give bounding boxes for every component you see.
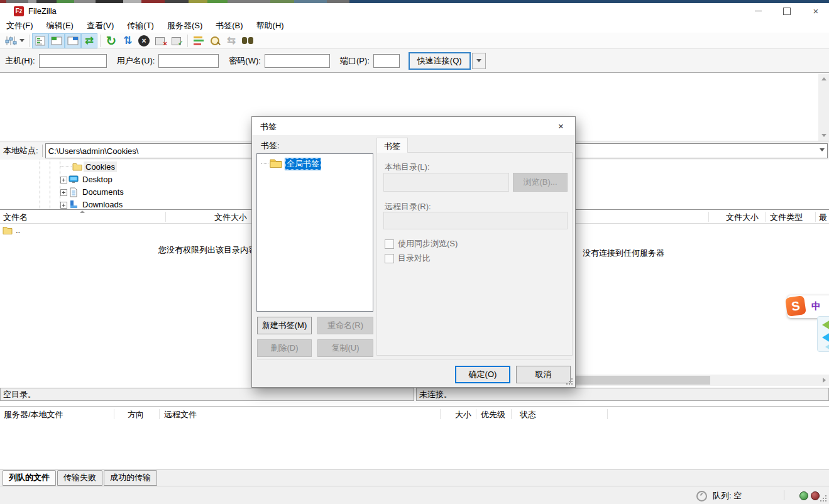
queue-tabs: 列队的文件 传输失败 成功的传输 xyxy=(0,469,829,486)
tab-bookmark[interactable]: 书签 xyxy=(376,138,408,153)
right-panel-status: 未连接。 xyxy=(416,388,829,401)
toggle-transfer-queue-button[interactable]: ⇄ xyxy=(81,33,97,48)
menu-edit[interactable]: 编辑(E) xyxy=(40,19,80,33)
column-filesize[interactable]: 文件大小 xyxy=(708,212,759,223)
tab-queued-files[interactable]: 列队的文件 xyxy=(3,470,56,486)
close-button[interactable]: × xyxy=(803,3,828,19)
process-queue-button[interactable]: ⇅ xyxy=(119,33,136,48)
ime-skin-arrows-icon xyxy=(819,319,829,350)
cancel-operation-button[interactable]: × xyxy=(136,33,152,48)
updir-row[interactable]: .. xyxy=(3,226,20,235)
menu-server[interactable]: 服务器(S) xyxy=(161,19,209,33)
username-label: 用户名(U): xyxy=(117,55,155,67)
scroll-up-icon[interactable] xyxy=(818,74,829,84)
cancel-icon: × xyxy=(138,35,150,47)
menu-bookmarks[interactable]: 书签(B) xyxy=(209,19,249,33)
desktop-icon xyxy=(69,175,79,184)
column-modified[interactable]: 最 xyxy=(819,212,827,223)
toggle-message-log-button[interactable] xyxy=(32,33,48,48)
column-remote-file[interactable]: 远程文件 xyxy=(164,409,197,420)
reconnect-button[interactable]: ✓ xyxy=(168,33,185,48)
filter-button[interactable] xyxy=(190,33,207,48)
toggle-remote-tree-button[interactable] xyxy=(65,33,81,48)
column-filetype[interactable]: 文件类型 xyxy=(770,212,803,223)
dialog-resize-grip[interactable] xyxy=(566,378,573,385)
directory-comparison-button[interactable] xyxy=(207,33,223,48)
scroll-down-icon[interactable] xyxy=(818,130,829,141)
tab-successful-transfers[interactable]: 成功的传输 xyxy=(104,470,157,486)
tree-connector xyxy=(60,167,72,167)
column-divider[interactable] xyxy=(815,212,816,222)
host-input[interactable] xyxy=(39,54,107,68)
column-priority[interactable]: 优先级 xyxy=(481,409,505,420)
menu-file[interactable]: 文件(F) xyxy=(0,19,40,33)
refresh-button[interactable]: ↻ xyxy=(103,33,119,48)
toolbar-separator xyxy=(187,35,188,47)
column-direction[interactable]: 方向 xyxy=(128,409,144,420)
synchronized-browsing-button[interactable]: ⇆ xyxy=(223,33,239,48)
menu-view[interactable]: 查看(V) xyxy=(80,19,120,33)
tree-connector xyxy=(261,163,268,164)
username-input[interactable] xyxy=(158,54,219,68)
tab-failed-transfers[interactable]: 传输失败 xyxy=(57,470,102,486)
ime-language-indicator[interactable]: 中 xyxy=(811,300,821,312)
chevron-down-icon[interactable] xyxy=(820,148,825,151)
cancel-button[interactable]: 取消 xyxy=(516,366,571,383)
folder-icon xyxy=(270,158,282,168)
speed-gauge-icon[interactable] xyxy=(696,491,707,501)
window-resize-grip[interactable] xyxy=(820,495,826,501)
maximize-icon xyxy=(783,8,791,15)
site-manager-button[interactable] xyxy=(3,33,26,48)
column-divider[interactable] xyxy=(159,409,160,419)
column-divider[interactable] xyxy=(114,409,114,419)
message-log-icon xyxy=(35,35,46,47)
expand-plus-icon[interactable] xyxy=(60,189,67,196)
find-files-button[interactable] xyxy=(239,33,256,48)
minimize-button[interactable] xyxy=(745,3,771,19)
new-bookmark-button[interactable]: 新建书签(M) xyxy=(257,317,312,334)
scroll-right-icon[interactable] xyxy=(823,378,826,383)
menu-help[interactable]: 帮助(H) xyxy=(250,19,290,33)
updir-label: .. xyxy=(16,226,20,235)
browse-button: 浏览(B)... xyxy=(513,173,568,192)
checkbox-icon xyxy=(385,239,394,249)
quickconnect-dropdown-button[interactable] xyxy=(472,53,486,69)
refresh-icon: ↻ xyxy=(106,35,117,47)
ime-skin-widget[interactable] xyxy=(817,316,829,352)
dialog-close-button[interactable]: × xyxy=(547,117,575,135)
ime-toolbar[interactable]: S 中 xyxy=(788,295,829,318)
bookmark-item-global[interactable]: 全局书签 xyxy=(285,158,321,170)
port-input[interactable] xyxy=(373,54,400,68)
sogou-logo-icon[interactable]: S xyxy=(785,295,806,317)
left-panel-status: 空目录。 xyxy=(0,388,414,401)
disconnect-button[interactable]: × xyxy=(152,33,168,48)
column-divider[interactable] xyxy=(765,212,766,222)
column-divider[interactable] xyxy=(607,409,608,419)
ok-button[interactable]: 确定(O) xyxy=(455,366,510,383)
expand-plus-icon[interactable] xyxy=(60,177,67,184)
column-size[interactable]: 大小 xyxy=(440,409,471,420)
password-input[interactable] xyxy=(265,54,330,68)
column-filesize[interactable]: 文件大小 xyxy=(165,212,247,223)
column-divider[interactable] xyxy=(476,409,476,419)
maximize-button[interactable] xyxy=(774,3,799,19)
quickconnect-button[interactable]: 快速连接(Q) xyxy=(409,52,471,70)
statusbar: 队列: 空 xyxy=(0,486,829,504)
downloads-icon xyxy=(69,200,79,209)
bookmarks-tree[interactable]: 全局书签 xyxy=(256,153,373,312)
column-server-local-file[interactable]: 服务器/本地文件 xyxy=(4,409,63,420)
column-status[interactable]: 状态 xyxy=(520,409,536,420)
queue-header: 服务器/本地文件 方向 远程文件 大小 优先级 状态 xyxy=(0,406,829,422)
message-log-scrollbar[interactable] xyxy=(818,74,829,141)
sync-browsing-checkbox: 使用同步浏览(S) xyxy=(385,238,458,249)
site-manager-dropdown-icon xyxy=(19,39,25,42)
folder-icon xyxy=(72,162,82,171)
expand-plus-icon[interactable] xyxy=(60,202,67,209)
column-divider[interactable] xyxy=(511,409,512,419)
menu-transfer[interactable]: 传输(T) xyxy=(121,19,160,33)
queue-body xyxy=(0,422,829,469)
column-filename[interactable]: 文件名 xyxy=(3,212,28,223)
dialog-titlebar[interactable]: 书签 × xyxy=(252,117,575,135)
bookmark-tab-page: 本地目录(L): 浏览(B)... 远程目录(R): 使用同步浏览(S) 目录对… xyxy=(376,152,573,356)
toggle-local-tree-button[interactable] xyxy=(48,33,65,48)
